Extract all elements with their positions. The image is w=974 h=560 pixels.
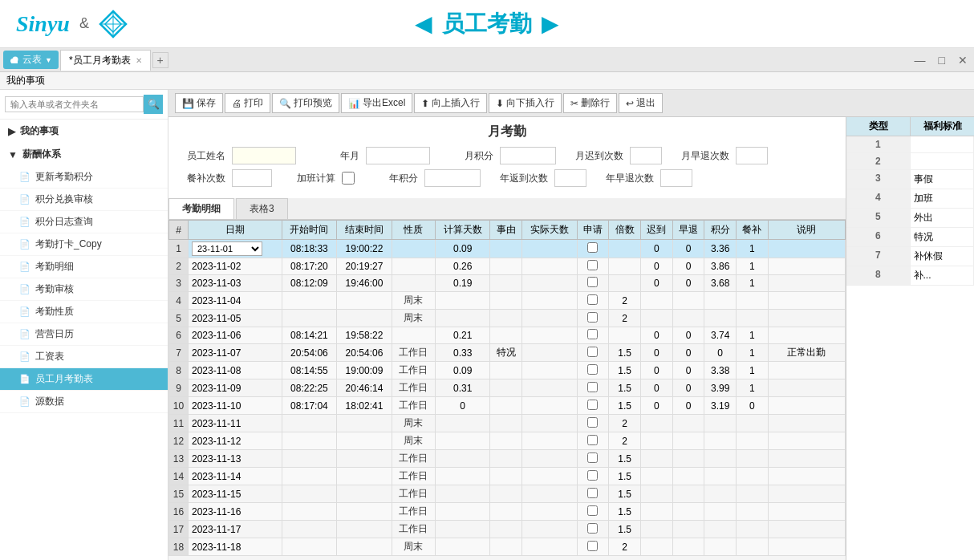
- table-row[interactable]: 12 2023-11-12 周末 2: [169, 432, 846, 450]
- save-button[interactable]: 💾 保存: [175, 93, 223, 113]
- cell-apply[interactable]: [577, 538, 609, 556]
- cell-end[interactable]: [337, 450, 392, 468]
- insert-below-button[interactable]: ⬇ 向下插入行: [489, 93, 562, 113]
- cell-apply[interactable]: [577, 275, 609, 292]
- cell-apply[interactable]: [577, 450, 609, 468]
- cell-date[interactable]: 2023-11-07: [189, 344, 282, 362]
- cell-apply[interactable]: [577, 521, 609, 538]
- cell-end[interactable]: 20:54:06: [337, 344, 392, 362]
- tab-attendance-detail[interactable]: 考勤明细: [168, 198, 234, 219]
- table-row[interactable]: 8 2023-11-08 08:14:55 19:00:09 工作日 0.09 …: [169, 362, 846, 379]
- score-input[interactable]: 25.2: [500, 147, 556, 164]
- cell-nature[interactable]: 工作日: [392, 503, 435, 521]
- table-row[interactable]: 13 2023-11-13 工作日 1.5: [169, 450, 846, 468]
- cell-apply[interactable]: [577, 503, 609, 521]
- cell-nature[interactable]: 工作日: [392, 397, 435, 415]
- cell-start[interactable]: 08:14:21: [282, 327, 337, 344]
- tab-cloud[interactable]: 云表 ▼: [3, 51, 59, 69]
- cell-end[interactable]: 18:02:41: [337, 397, 392, 415]
- cell-date[interactable]: 2023-11-15: [189, 485, 282, 503]
- apply-checkbox[interactable]: [587, 277, 598, 287]
- apply-checkbox[interactable]: [587, 505, 598, 516]
- apply-checkbox[interactable]: [587, 382, 598, 392]
- table-row[interactable]: 17 2023-11-17 工作日 1.5: [169, 521, 846, 538]
- cell-date[interactable]: 2023-11-17: [189, 521, 282, 538]
- table-row[interactable]: 4 2023-11-04 周末 2: [169, 292, 846, 310]
- year-score-input[interactable]: 225.79: [424, 169, 481, 187]
- cell-apply[interactable]: [577, 397, 609, 415]
- cell-start[interactable]: [282, 538, 337, 556]
- sidebar-item-checkin-copy[interactable]: 📄 考勤打卡_Copy: [0, 233, 168, 256]
- cell-start[interactable]: [282, 521, 337, 538]
- right-panel-label[interactable]: 补...: [911, 266, 975, 285]
- cell-nature[interactable]: [392, 275, 435, 292]
- cell-nature[interactable]: 周末: [392, 538, 435, 556]
- apply-checkbox[interactable]: [587, 470, 598, 481]
- tab-add[interactable]: +: [152, 52, 168, 68]
- meal-input[interactable]: 154: [232, 169, 272, 187]
- sidebar-item-update-attendance[interactable]: 📄 更新考勤积分: [0, 166, 168, 189]
- cell-end[interactable]: 20:19:27: [337, 258, 392, 275]
- sidebar-item-attendance-nature[interactable]: 📄 考勤性质: [0, 301, 168, 323]
- cell-start[interactable]: [282, 503, 337, 521]
- cell-date[interactable]: 2023-11-06: [189, 327, 282, 344]
- cell-start[interactable]: [282, 415, 337, 432]
- cell-start[interactable]: 08:17:04: [282, 397, 337, 415]
- cell-start[interactable]: [282, 485, 337, 503]
- table-row[interactable]: 10 2023-11-10 08:17:04 18:02:41 工作日 0 1.…: [169, 397, 846, 415]
- exit-button[interactable]: ↩ 退出: [619, 93, 663, 113]
- cell-start[interactable]: [282, 432, 337, 450]
- cell-nature[interactable]: 工作日: [392, 521, 435, 538]
- cell-date[interactable]: 2023-11-05: [189, 310, 282, 327]
- cell-end[interactable]: [337, 415, 392, 432]
- title-arrow-right[interactable]: ▶: [542, 10, 559, 37]
- sidebar-item-exchange-review[interactable]: 📄 积分兑换审核: [0, 189, 168, 211]
- cell-nature[interactable]: 周末: [392, 432, 435, 450]
- right-panel-label[interactable]: 加班: [911, 189, 975, 208]
- cell-apply[interactable]: [577, 432, 609, 450]
- sidebar-item-attendance-review[interactable]: 📄 考勤审核: [0, 278, 168, 301]
- cell-nature[interactable]: 工作日: [392, 362, 435, 379]
- cell-nature[interactable]: 工作日: [392, 468, 435, 485]
- cell-start[interactable]: [282, 292, 337, 310]
- table-row[interactable]: 7 2023-11-07 20:54:06 20:54:06 工作日 0.33 …: [169, 344, 846, 362]
- table-row[interactable]: 3 2023-11-03 08:12:09 19:46:00 0.19 0 0 …: [169, 275, 846, 292]
- cell-apply[interactable]: [577, 362, 609, 379]
- cell-start[interactable]: 08:18:33: [282, 240, 337, 258]
- cell-nature[interactable]: 周末: [392, 310, 435, 327]
- cell-date[interactable]: 2023-11-11: [189, 415, 282, 432]
- cell-apply[interactable]: [577, 468, 609, 485]
- apply-checkbox[interactable]: [587, 435, 598, 445]
- title-arrow-left[interactable]: ◀: [415, 10, 432, 37]
- cell-end[interactable]: [337, 485, 392, 503]
- maximize-button[interactable]: □: [935, 54, 948, 67]
- cell-date[interactable]: 2023-11-03: [189, 275, 282, 292]
- cell-date[interactable]: 2023-11-16: [189, 503, 282, 521]
- tab-close[interactable]: ✕: [136, 56, 142, 65]
- sidebar-item-payroll[interactable]: 📄 工资表: [0, 346, 168, 368]
- cell-nature[interactable]: [392, 258, 435, 275]
- table-row[interactable]: 11 2023-11-11 周末 2: [169, 415, 846, 432]
- cell-end[interactable]: [337, 468, 392, 485]
- cell-end[interactable]: 19:46:00: [337, 275, 392, 292]
- apply-checkbox[interactable]: [587, 347, 598, 357]
- cell-apply[interactable]: [577, 379, 609, 397]
- employee-input[interactable]: [232, 147, 296, 164]
- apply-checkbox[interactable]: [587, 242, 598, 253]
- year-month-input[interactable]: 202311: [366, 147, 430, 164]
- cell-nature[interactable]: 工作日: [392, 485, 435, 503]
- cell-end[interactable]: 19:00:22: [337, 240, 392, 258]
- sidebar-item-source-data[interactable]: 📄 源数据: [0, 391, 168, 413]
- right-panel-label[interactable]: 特况: [911, 228, 975, 246]
- cell-start[interactable]: 20:54:06: [282, 344, 337, 362]
- print-preview-button[interactable]: 🔍 打印预览: [272, 93, 339, 113]
- cell-date[interactable]: 23-11-01: [189, 240, 282, 258]
- apply-checkbox[interactable]: [587, 364, 598, 375]
- cell-apply[interactable]: [577, 258, 609, 275]
- cell-end[interactable]: [337, 310, 392, 327]
- cell-end[interactable]: [337, 538, 392, 556]
- right-panel-label[interactable]: [911, 153, 975, 169]
- cell-nature[interactable]: 周末: [392, 415, 435, 432]
- cell-start[interactable]: 08:22:25: [282, 379, 337, 397]
- sidebar-group-my-events[interactable]: ▶ 我的事项: [0, 120, 168, 143]
